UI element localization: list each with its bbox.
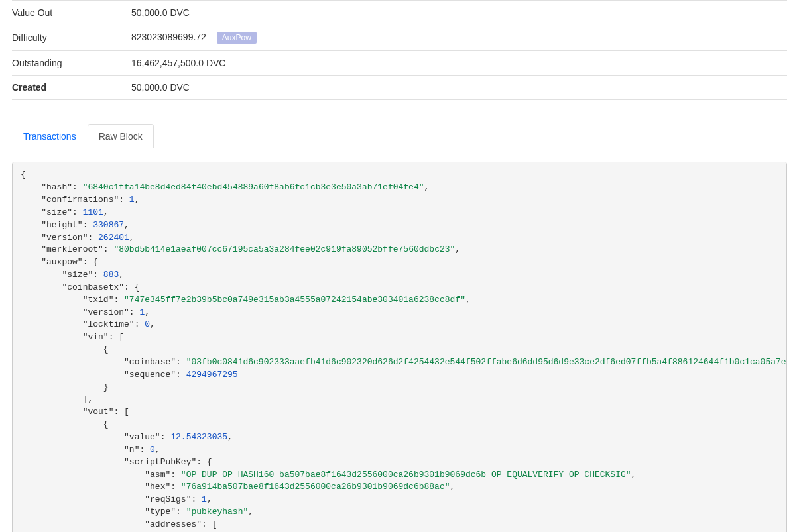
tab-transactions[interactable]: Transactions [12, 124, 88, 148]
tab-raw-block[interactable]: Raw Block [88, 124, 154, 148]
info-row-created: Created 50,000.0 DVC [12, 76, 787, 100]
info-value: 50,000.0 DVC [131, 76, 787, 100]
info-row-outstanding: Outstanding 16,462,457,500.0 DVC [12, 51, 787, 76]
info-value: 16,462,457,500.0 DVC [131, 51, 787, 76]
info-label: Created [12, 76, 131, 100]
info-value: 50,000.0 DVC [131, 1, 787, 25]
block-info-table: Value Out 50,000.0 DVC Difficulty 823023… [12, 0, 787, 100]
info-label: Difficulty [12, 25, 131, 51]
info-label: Outstanding [12, 51, 131, 76]
auxpow-badge: AuxPow [217, 32, 257, 44]
tab-bar: Transactions Raw Block [12, 124, 787, 148]
difficulty-value: 823023089699.72 [131, 32, 206, 42]
info-label: Value Out [12, 1, 131, 25]
info-row-difficulty: Difficulty 823023089699.72 AuxPow [12, 25, 787, 51]
raw-block-json[interactable]: { "hash": "6840c1ffa14be8d4ed84f40ebd454… [12, 162, 787, 532]
info-value: 823023089699.72 AuxPow [131, 25, 787, 51]
info-row-value-out: Value Out 50,000.0 DVC [12, 1, 787, 25]
